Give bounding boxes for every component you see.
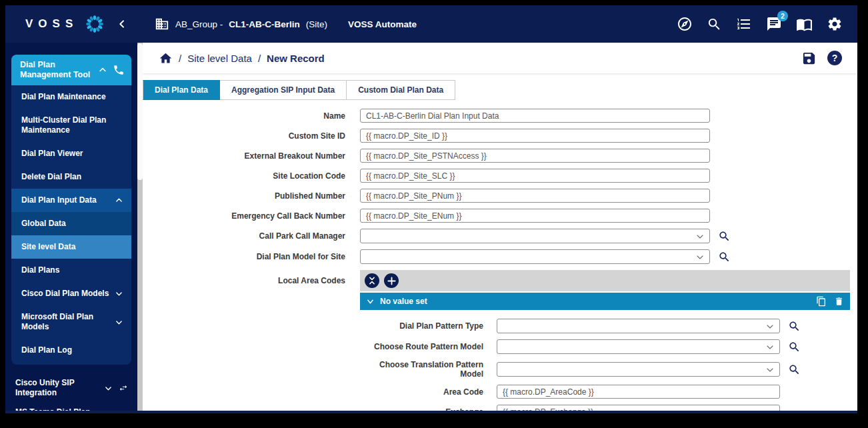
chevron-down-icon — [696, 233, 704, 241]
sidebar-item-dial-plan-maintenance[interactable]: Dial Plan Maintenance — [11, 85, 131, 109]
sidebar-nav: Dial Plan Management Tool Dial Plan Main… — [5, 43, 137, 411]
form-row: Custom Site ID — [143, 129, 857, 143]
lookup-search-icon[interactable] — [718, 230, 731, 243]
voss-logo: VOSS — [5, 13, 137, 35]
choose-route-pattern-model-select[interactable] — [497, 339, 780, 354]
breadcrumb-separator: / — [258, 53, 261, 64]
vertical-scrollbar[interactable] — [137, 43, 143, 411]
exchange-input[interactable] — [497, 405, 780, 411]
area-code-input[interactable] — [497, 385, 780, 399]
lookup-search-icon[interactable] — [788, 341, 801, 353]
sidebar-group-header[interactable]: Dial Plan Management Tool — [11, 55, 131, 85]
local-area-codes-entry-body: Dial Plan Pattern Type — [360, 310, 850, 411]
sidebar-collapse-chevron-icon[interactable] — [117, 19, 127, 29]
chevron-down-icon — [104, 385, 113, 392]
dial-plan-model-for-site-select[interactable] — [360, 249, 710, 264]
sidebar-item-cisco-dial-plan-models[interactable]: Cisco Dial Plan Models — [11, 282, 131, 305]
top-bar: VOSS — [5, 5, 857, 43]
field-label-exchange: Exchange — [360, 407, 497, 411]
save-icon[interactable] — [801, 51, 817, 66]
topbar-actions: 2 — [677, 16, 857, 33]
call-park-call-manager-select[interactable] — [360, 229, 710, 243]
add-entry-button[interactable] — [384, 273, 399, 288]
form-row: Choose Route Pattern Model — [360, 339, 850, 354]
tab-custom-dial-plan-data[interactable]: Custom Dial Plan Data — [347, 80, 455, 100]
sidebar-item-microsoft-dial-plan-models[interactable]: Microsoft Dial Plan Models — [11, 305, 131, 339]
product-title: VOSS Automate — [348, 19, 417, 29]
breadcrumb-section[interactable]: Site level Data — [187, 53, 252, 64]
site-location-code-input[interactable] — [360, 169, 710, 183]
form-row: Choose Translation Pattern Model — [360, 360, 850, 379]
form-row: Published Number — [143, 189, 857, 203]
chevron-up-icon — [98, 66, 107, 74]
form-row: Emergency Call Back Number — [143, 209, 857, 223]
record-form: Name Custom Site ID External Breakout Nu… — [143, 100, 857, 411]
name-input[interactable] — [360, 109, 710, 123]
sidebar-item-global-data[interactable]: Global Data — [11, 212, 131, 235]
chevron-down-icon — [366, 298, 375, 305]
explore-compass-icon[interactable] — [677, 16, 693, 32]
sidebar-item-ms-teams-dial-plan[interactable]: MS Teams Dial Plan — [7, 405, 135, 411]
chevron-down-icon — [766, 343, 774, 351]
voss-flower-logo-icon — [83, 13, 106, 35]
svg-text:?: ? — [832, 53, 838, 63]
local-area-codes-entry-header[interactable]: No value set — [360, 293, 850, 310]
lookup-search-icon[interactable] — [788, 320, 801, 333]
field-label-choose-route-pattern-model: Choose Route Pattern Model — [360, 342, 497, 351]
numbered-list-icon[interactable] — [736, 16, 752, 32]
field-label-call-park-call-manager: Call Park Call Manager — [143, 231, 360, 241]
sidebar-item-site-level-data[interactable]: Site level Data — [11, 235, 131, 259]
dial-plan-pattern-type-select[interactable] — [497, 319, 780, 333]
delete-trash-icon[interactable] — [834, 296, 844, 307]
sidebar-group-dial-plan-management: Dial Plan Management Tool Dial Plan Main… — [11, 55, 131, 365]
settings-gear-icon[interactable] — [827, 16, 843, 32]
app-window: VOSS — [5, 5, 857, 413]
notifications-chat-icon[interactable]: 2 — [766, 16, 782, 32]
local-area-codes-toolbar — [360, 270, 850, 291]
published-number-input[interactable] — [360, 189, 710, 203]
sidebar-item-multi-cluster-dial-plan-maintenance[interactable]: Multi-Cluster Dial Plan Maintenance — [11, 109, 131, 142]
lookup-search-icon[interactable] — [718, 251, 731, 263]
field-label-external-breakout-number: External Breakout Number — [143, 151, 360, 161]
sidebar-item-dial-plan-log[interactable]: Dial Plan Log — [11, 339, 131, 362]
tab-aggregation-sip-input-data[interactable]: Aggregation SIP Input Data — [220, 80, 347, 100]
sidebar-item-dial-plan-input-data[interactable]: Dial Plan Input Data — [11, 189, 131, 212]
field-label-area-code: Area Code — [360, 387, 497, 397]
emergency-call-back-number-input[interactable] — [360, 209, 710, 223]
help-icon[interactable]: ? — [827, 50, 843, 66]
phone-icon — [113, 64, 125, 76]
building-icon — [155, 17, 169, 31]
tab-bar: Dial Plan Data Aggregation SIP Input Dat… — [143, 80, 857, 100]
hierarchy-context[interactable]: AB_Group - CL1-AB-C-Berlin (Site) VOSS A… — [155, 17, 417, 31]
lookup-search-icon[interactable] — [788, 363, 801, 376]
sidebar-group-title: Dial Plan Management Tool — [20, 60, 93, 80]
form-row: External Breakout Number — [143, 149, 857, 163]
custom-site-id-input[interactable] — [360, 129, 710, 143]
context-site: CL1-AB-C-Berlin — [229, 19, 300, 29]
breadcrumb-page: New Record — [267, 53, 325, 64]
collapse-all-icon — [367, 276, 377, 285]
field-label-choose-translation-pattern-model: Choose Translation Pattern Model — [360, 360, 497, 379]
documentation-book-icon[interactable] — [796, 16, 813, 33]
scrollbar-thumb[interactable] — [137, 43, 143, 180]
form-row: Exchange — [360, 405, 850, 411]
sidebar-item-dial-plan-viewer[interactable]: Dial Plan Viewer — [11, 142, 131, 165]
field-label-name: Name — [143, 111, 360, 121]
home-icon[interactable] — [159, 51, 173, 65]
sidebar-item-cisco-unity-sip-integration[interactable]: Cisco Unity SIP Integration — [7, 373, 135, 403]
search-icon[interactable] — [707, 17, 722, 32]
chevron-down-icon — [115, 290, 123, 297]
sidebar-item-dial-plans[interactable]: Dial Plans — [11, 259, 131, 282]
field-label-emergency-call-back-number: Emergency Call Back Number — [143, 211, 360, 221]
tab-dial-plan-data[interactable]: Dial Plan Data — [143, 80, 220, 100]
chevron-down-icon — [115, 319, 123, 326]
collapse-all-button[interactable] — [365, 273, 379, 288]
copy-icon[interactable] — [816, 296, 827, 307]
choose-translation-pattern-model-select[interactable] — [497, 362, 780, 377]
sidebar-item-delete-dial-plan[interactable]: Delete Dial Plan — [11, 165, 131, 189]
field-label-custom-site-id: Custom Site ID — [143, 131, 360, 141]
external-breakout-number-input[interactable] — [360, 149, 710, 163]
breadcrumb: / Site level Data / New Record — [159, 51, 325, 65]
chevron-down-icon — [766, 366, 774, 374]
local-area-codes-section: Local Area Codes — [143, 270, 857, 411]
